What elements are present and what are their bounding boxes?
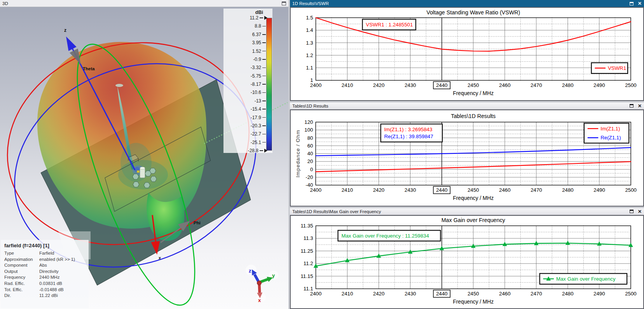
marker-value-readout: VSWR1 : 1.2485501: [363, 19, 416, 30]
close-icon[interactable]: ✕: [638, 104, 642, 108]
impedance-chart-area: -40-200204060801001202400241024202430244…: [290, 109, 644, 207]
svg-text:Im(Z1,1) : 3.2695843: Im(Z1,1) : 3.2695843: [384, 127, 432, 132]
svg-text:VSWR1 : 1.2485501: VSWR1 : 1.2485501: [366, 22, 413, 28]
svg-text:2410: 2410: [342, 291, 353, 297]
svg-text:2490: 2490: [593, 291, 605, 297]
theta-label: Theta: [83, 66, 95, 71]
farfield-info-title: farfield (f=2440) [1]: [4, 243, 85, 248]
max-gain-window-title: Tables\1D Results\Max Gain over Frequenc…: [292, 209, 381, 214]
chart-title: Tables\1D Results: [451, 113, 496, 119]
3d-viewport[interactable]: z Theta Phi x: [0, 7, 288, 309]
svg-text:1.1: 1.1: [306, 65, 313, 71]
colorbar-tick: -10.6: [251, 89, 266, 95]
max-gain-window-titlebar[interactable]: Tables\1D Results\Max Gain over Frequenc…: [290, 208, 644, 215]
svg-text:2460: 2460: [499, 187, 511, 193]
maximize-icon[interactable]: [630, 210, 634, 213]
colorbar-tick: -3.32: [251, 64, 266, 71]
impedance-window-title: Tables\1D Results: [292, 104, 328, 108]
colorbar-tick: -22.7: [251, 131, 266, 137]
svg-text:1.4: 1.4: [306, 27, 313, 33]
close-icon[interactable]: ✕: [638, 209, 642, 214]
x-axis-label: x: [159, 255, 161, 260]
vswr-chart-area: 11.11.21.31.41.5240024102420243024402450…: [290, 7, 644, 101]
colorbar-tick: -20.3: [251, 123, 266, 129]
svg-text:Max Gain over Frequency : 11.2: Max Gain over Frequency : 11.259834: [341, 233, 429, 239]
svg-text:2470: 2470: [531, 82, 542, 88]
marker-value-readout: Im(Z1,1) : 3.2695843Re(Z1,1) : 39.859847: [381, 124, 442, 142]
svg-text:11.15: 11.15: [300, 273, 313, 279]
colorbar-tick: 8.8: [255, 23, 266, 29]
restore-icon[interactable]: [282, 2, 286, 5]
svg-text:2420: 2420: [373, 291, 385, 297]
info-label: Approximation: [4, 257, 39, 263]
info-value: 11.22 dBi: [39, 293, 85, 299]
svg-text:11.2: 11.2: [304, 260, 313, 266]
info-value: -0.01488 dB: [39, 287, 85, 293]
colorbar-legend[interactable]: dBi 11.28.86.373.951.52-0.9-3.32-5.75-8.…: [223, 9, 272, 153]
maximize-icon[interactable]: [630, 104, 634, 108]
svg-text:2400: 2400: [310, 82, 322, 88]
colorbar-clamp-arrow-icon[interactable]: [264, 16, 267, 20]
svg-text:2500: 2500: [625, 187, 637, 193]
svg-text:20: 20: [307, 158, 313, 164]
svg-text:1.5: 1.5: [306, 15, 313, 21]
max-gain-chart-area: 11.111.1511.211.2511.311.352400241024202…: [290, 215, 644, 309]
x-axis-title: Frequency / MHz: [453, 90, 494, 96]
triad-y-label: y: [272, 273, 275, 278]
svg-text:2430: 2430: [405, 291, 416, 297]
svg-text:2430: 2430: [405, 187, 416, 193]
colorbar-tick: -8.17: [251, 81, 266, 87]
svg-text:-20: -20: [305, 174, 313, 180]
3d-window-titlebar[interactable]: 3D: [0, 0, 288, 7]
svg-text:11.3: 11.3: [304, 235, 313, 241]
svg-text:2470: 2470: [531, 187, 542, 193]
3d-window-title: 3D: [2, 1, 8, 6]
vswr-chart[interactable]: 11.11.21.31.41.5240024102420243024402450…: [291, 8, 643, 100]
vswr-window-titlebar[interactable]: 1D Results\VSWR ✕: [290, 0, 644, 7]
chart-legend[interactable]: Im(Z1,1)Re(Z1,1): [584, 123, 629, 143]
info-label: Frequency: [4, 274, 39, 281]
svg-text:2410: 2410: [342, 187, 353, 193]
svg-text:2430: 2430: [405, 82, 416, 88]
maximize-icon[interactable]: [630, 2, 634, 5]
svg-text:2400: 2400: [310, 291, 322, 297]
info-label: Tot. Effic.: [4, 287, 39, 293]
impedance-window: Tables\1D Results ✕ -40-2002040608010012…: [290, 102, 644, 207]
info-label: Type: [4, 250, 39, 257]
svg-text:2480: 2480: [562, 82, 574, 88]
3d-view-window: 3D: [0, 0, 288, 309]
info-label: Component: [4, 262, 39, 269]
info-label: Output: [4, 269, 39, 275]
svg-text:Im(Z1,1): Im(Z1,1): [600, 126, 620, 132]
info-value: Farfield: [39, 250, 85, 257]
svg-text:2420: 2420: [373, 187, 385, 193]
svg-text:0: 0: [310, 167, 313, 172]
chart-legend[interactable]: VSWR1: [592, 63, 628, 74]
svg-text:2440: 2440: [436, 82, 448, 88]
colorbar-tick: -0.9: [253, 56, 266, 62]
info-value: 0.03831 dB: [39, 281, 85, 287]
svg-text:60: 60: [307, 143, 313, 149]
vswr-window-title: 1D Results\VSWR: [292, 1, 329, 6]
svg-text:40: 40: [307, 151, 313, 156]
svg-text:2490: 2490: [593, 187, 605, 193]
triad-x-label: x: [258, 297, 261, 303]
impedance-window-titlebar[interactable]: Tables\1D Results ✕: [290, 102, 644, 109]
max-gain-chart[interactable]: 11.111.1511.211.2511.311.352400241024202…: [291, 216, 643, 308]
svg-text:120: 120: [304, 119, 313, 125]
svg-text:11.35: 11.35: [300, 223, 313, 229]
funnel-rim: [115, 84, 123, 87]
colorbar-gradient: [266, 18, 272, 151]
triad-z-label: z: [249, 268, 251, 274]
chart-title: Max Gain over Frequency: [442, 217, 506, 223]
close-icon[interactable]: ✕: [638, 1, 642, 6]
marker-value-readout: Max Gain over Frequency : 11.259834: [338, 230, 441, 241]
chart-legend[interactable]: Max Gain over Frequency: [540, 274, 627, 285]
svg-text:2450: 2450: [468, 291, 479, 297]
colorbar-clamp-arrow-icon[interactable]: [264, 149, 267, 153]
x-axis-title: Frequency / MHz: [453, 299, 494, 305]
impedance-chart[interactable]: -40-200204060801001202400241024202430244…: [291, 110, 643, 206]
chart-title: Voltage Standing Wave Ratio (VSWR): [426, 9, 520, 16]
y-axis-title: Impedance / Ohm: [295, 130, 301, 177]
cst-workspace: 3D: [0, 0, 644, 309]
